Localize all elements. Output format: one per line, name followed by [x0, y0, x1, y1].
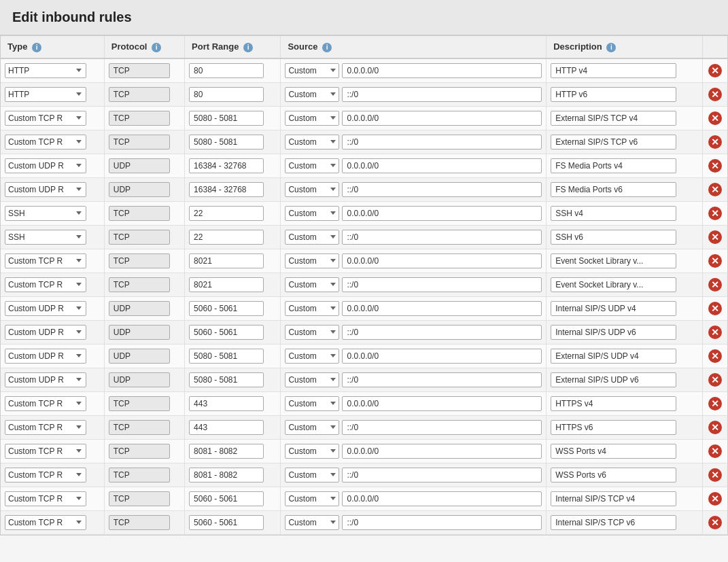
source-ip-input[interactable]: [342, 444, 542, 459]
source-type-select[interactable]: CustomAnywhereMy IP: [285, 253, 339, 268]
description-input[interactable]: [551, 349, 676, 364]
description-input[interactable]: [551, 301, 676, 316]
delete-rule-button[interactable]: ✕: [707, 205, 723, 222]
description-input[interactable]: [551, 515, 676, 530]
source-ip-input[interactable]: [342, 372, 542, 387]
source-type-select[interactable]: CustomAnywhereMy IP: [285, 515, 339, 530]
source-ip-input[interactable]: [342, 87, 542, 102]
port-input[interactable]: [189, 420, 264, 435]
port-input[interactable]: [189, 372, 264, 387]
source-ip-input[interactable]: [342, 182, 542, 197]
description-input[interactable]: [551, 325, 676, 340]
source-ip-input[interactable]: [342, 111, 542, 126]
source-ip-input[interactable]: [342, 301, 542, 316]
port-input[interactable]: [189, 468, 264, 482]
description-input[interactable]: [551, 158, 676, 173]
port-input[interactable]: [189, 444, 264, 459]
port-input[interactable]: [189, 515, 264, 530]
type-select[interactable]: HTTPHTTPSSSHCustom TCP RCustom UDP R: [5, 135, 86, 150]
delete-rule-button[interactable]: ✕: [707, 300, 723, 317]
source-type-select[interactable]: CustomAnywhereMy IP: [285, 182, 339, 197]
port-input[interactable]: [189, 87, 264, 102]
description-input[interactable]: [551, 444, 676, 459]
port-input[interactable]: [189, 491, 264, 506]
source-info-icon[interactable]: i: [322, 43, 332, 52]
source-type-select[interactable]: CustomAnywhereMy IP: [285, 206, 339, 221]
source-type-select[interactable]: CustomAnywhereMy IP: [285, 444, 339, 459]
source-type-select[interactable]: CustomAnywhereMy IP: [285, 230, 339, 245]
description-info-icon[interactable]: i: [606, 43, 616, 52]
protocol-info-icon[interactable]: i: [152, 43, 161, 52]
description-input[interactable]: [551, 230, 676, 245]
source-type-select[interactable]: CustomAnywhereMy IP: [285, 301, 339, 316]
source-type-select[interactable]: CustomAnywhereMy IP: [285, 135, 339, 150]
source-type-select[interactable]: CustomAnywhereMy IP: [285, 372, 339, 387]
type-select[interactable]: HTTPHTTPSSSHCustom TCP RCustom UDP R: [5, 301, 86, 316]
type-select[interactable]: HTTPHTTPSSSHCustom TCP RCustom UDP R: [5, 111, 86, 126]
port-input[interactable]: [189, 396, 264, 411]
source-type-select[interactable]: CustomAnywhereMy IP: [285, 87, 339, 102]
type-select[interactable]: HTTPHTTPSSSHCustom TCP RCustom UDP R: [5, 396, 86, 411]
source-ip-input[interactable]: [342, 325, 542, 340]
delete-rule-button[interactable]: ✕: [707, 419, 723, 436]
description-input[interactable]: [551, 491, 676, 506]
description-input[interactable]: [551, 87, 676, 102]
source-type-select[interactable]: CustomAnywhereMy IP: [285, 491, 339, 506]
source-ip-input[interactable]: [342, 158, 542, 173]
source-ip-input[interactable]: [342, 515, 542, 530]
delete-rule-button[interactable]: ✕: [707, 63, 723, 79]
type-select[interactable]: HTTPHTTPSSSHCustom TCP RCustom UDP R: [5, 230, 86, 245]
delete-rule-button[interactable]: ✕: [707, 158, 723, 174]
description-input[interactable]: [551, 396, 676, 411]
source-ip-input[interactable]: [342, 396, 542, 411]
port-input[interactable]: [189, 325, 264, 340]
description-input[interactable]: [551, 468, 676, 482]
type-select[interactable]: HTTPHTTPSSSHCustom TCP RCustom UDP R: [5, 491, 86, 506]
description-input[interactable]: [551, 206, 676, 221]
source-ip-input[interactable]: [342, 277, 542, 292]
port-input[interactable]: [189, 301, 264, 316]
type-select[interactable]: HTTPHTTPSSSHCustom TCP RCustom UDP R: [5, 277, 86, 292]
source-ip-input[interactable]: [342, 468, 542, 482]
description-input[interactable]: [551, 420, 676, 435]
type-select[interactable]: HTTPHTTPSSSHCustom TCP RCustom UDP R: [5, 468, 86, 482]
source-type-select[interactable]: CustomAnywhereMy IP: [285, 420, 339, 435]
type-select[interactable]: HTTPHTTPSSSHCustom TCP RCustom UDP R: [5, 206, 86, 221]
description-input[interactable]: [551, 135, 676, 150]
source-type-select[interactable]: CustomAnywhereMy IP: [285, 277, 339, 292]
source-ip-input[interactable]: [342, 63, 542, 78]
port-input[interactable]: [189, 253, 264, 268]
delete-rule-button[interactable]: ✕: [707, 467, 723, 483]
source-ip-input[interactable]: [342, 230, 542, 245]
delete-rule-button[interactable]: ✕: [707, 134, 723, 150]
delete-rule-button[interactable]: ✕: [707, 277, 723, 293]
source-type-select[interactable]: CustomAnywhereMy IP: [285, 111, 339, 126]
port-input[interactable]: [189, 158, 264, 173]
source-type-select[interactable]: CustomAnywhereMy IP: [285, 468, 339, 482]
delete-rule-button[interactable]: ✕: [707, 443, 723, 459]
port-input[interactable]: [189, 230, 264, 245]
source-ip-input[interactable]: [342, 253, 542, 268]
source-ip-input[interactable]: [342, 349, 542, 364]
type-select[interactable]: HTTPHTTPSSSHCustom TCP RCustom UDP R: [5, 420, 86, 435]
delete-rule-button[interactable]: ✕: [707, 491, 723, 507]
type-select[interactable]: HTTPHTTPSSSHCustom TCP RCustom UDP R: [5, 325, 86, 340]
type-select[interactable]: HTTPHTTPSSSHCustom TCP RCustom UDP R: [5, 349, 86, 364]
type-select[interactable]: HTTPHTTPSSSHCustom TCP RCustom UDP R: [5, 158, 86, 173]
description-input[interactable]: [551, 277, 676, 292]
port-input[interactable]: [189, 111, 264, 126]
source-ip-input[interactable]: [342, 420, 542, 435]
delete-rule-button[interactable]: ✕: [707, 396, 723, 412]
type-select[interactable]: HTTPHTTPSSSHCustom TCP RCustom UDP R: [5, 182, 86, 197]
type-select[interactable]: HTTPHTTPSSSHCustom TCP RCustom UDP R: [5, 372, 86, 387]
delete-rule-button[interactable]: ✕: [707, 229, 723, 245]
port-input[interactable]: [189, 135, 264, 150]
source-ip-input[interactable]: [342, 135, 542, 150]
source-type-select[interactable]: CustomAnywhereMy IP: [285, 63, 339, 78]
type-select[interactable]: HTTPHTTPSSSHCustom TCP RCustom UDP R: [5, 63, 86, 78]
port-input[interactable]: [189, 182, 264, 197]
description-input[interactable]: [551, 372, 676, 387]
description-input[interactable]: [551, 253, 676, 268]
type-select[interactable]: HTTPHTTPSSSHCustom TCP RCustom UDP R: [5, 515, 86, 530]
delete-rule-button[interactable]: ✕: [707, 181, 723, 198]
